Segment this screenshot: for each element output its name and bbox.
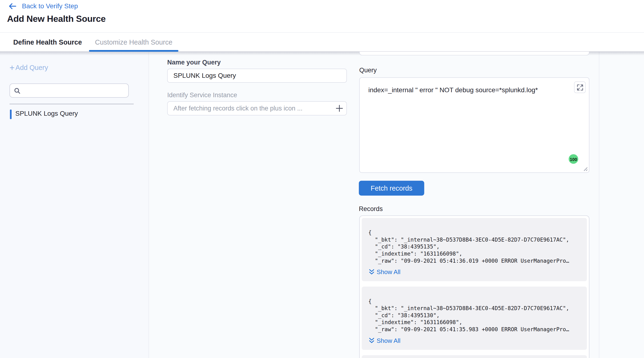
name-query-label: Name your Query [167, 59, 221, 66]
record-card: { "_bkt": "_internal~38~D537D8B4-3EC0-4D… [362, 287, 587, 350]
expand-icon [577, 84, 583, 90]
record-card [362, 355, 587, 358]
sidebar-divider [10, 104, 134, 104]
service-instance-input[interactable] [167, 101, 347, 115]
resize-handle[interactable] [582, 166, 588, 171]
record-json-line: "_indextime": "1631166098", [368, 319, 580, 326]
query-sidebar: + Add Query SPLUNK Logs Query [0, 52, 149, 358]
record-json-line: { [368, 298, 580, 305]
tab-bar: Define Health Source Customize Health So… [0, 32, 644, 52]
add-service-instance-plus-icon[interactable] [335, 104, 344, 113]
page-header: Back to Verify Step Add New Health Sourc… [0, 0, 644, 32]
fetch-records-button[interactable]: Fetch records [359, 181, 424, 196]
query-editor[interactable]: index=_internal " error " NOT debug sour… [359, 77, 590, 173]
add-query-label: Add Query [16, 64, 48, 72]
add-query-button[interactable]: + Add Query [10, 64, 48, 72]
tab-customize-health-source[interactable]: Customize Health Source [89, 33, 178, 52]
query-name-input[interactable] [167, 69, 347, 83]
page-title: Add New Health Source [7, 14, 106, 24]
service-instance-label: Identify Service Instance [167, 91, 237, 99]
service-instance-field [167, 101, 347, 115]
record-json-line: "_raw": "09-09-2021 05:41:35.983 +0000 E… [368, 326, 580, 333]
selected-item-bar [10, 109, 12, 119]
record-json-line: "_indextime": "1631166098", [368, 250, 580, 257]
connector-input-partial[interactable] [359, 52, 590, 55]
records-count-badge: 100 [569, 154, 578, 164]
sidebar-item-splunk-logs-query[interactable]: SPLUNK Logs Query [0, 109, 149, 120]
content-area: + Add Query SPLUNK Logs Query Name your … [0, 52, 644, 358]
show-all-link[interactable]: Show All [369, 268, 580, 276]
expand-query-button[interactable] [574, 81, 586, 93]
record-json-line: "_bkt": "_internal~38~D537D8B4-3EC0-4D5E… [368, 236, 580, 243]
back-link[interactable]: Back to Verify Step [8, 2, 78, 10]
search-input[interactable] [22, 85, 126, 96]
back-link-label: Back to Verify Step [22, 2, 78, 10]
record-json-line: "_raw": "09-09-2021 05:41:36.019 +0000 E… [368, 257, 580, 264]
record-json-line: "_cd": "38:4395135", [368, 243, 580, 250]
add-health-source-page: Back to Verify Step Add New Health Sourc… [0, 0, 644, 358]
record-json-line: { [368, 229, 580, 236]
query-text: index=_internal " error " NOT debug sour… [368, 86, 538, 94]
records-label: Records [359, 205, 383, 212]
show-all-label: Show All [376, 268, 400, 276]
double-chevron-down-icon [369, 269, 374, 275]
record-card: { "_bkt": "_internal~38~D537D8B4-3EC0-4D… [362, 218, 587, 281]
show-all-link[interactable]: Show All [369, 337, 580, 344]
record-json-line: "_cd": "38:4395130", [368, 312, 580, 319]
query-label: Query [359, 67, 377, 74]
record-json-line: "_bkt": "_internal~38~D537D8B4-3EC0-4D5E… [368, 305, 580, 312]
search-icon [14, 88, 21, 94]
double-chevron-down-icon [369, 338, 374, 343]
sidebar-item-label: SPLUNK Logs Query [16, 110, 78, 117]
query-search-box [10, 83, 128, 97]
tab-define-health-source[interactable]: Define Health Source [13, 33, 82, 52]
right-column-divider [599, 52, 600, 358]
active-tab-indicator [89, 50, 178, 52]
plus-icon: + [10, 64, 14, 71]
back-arrow-icon [8, 3, 16, 9]
show-all-label: Show All [376, 337, 400, 344]
records-list: { "_bkt": "_internal~38~D537D8B4-3EC0-4D… [359, 216, 590, 358]
